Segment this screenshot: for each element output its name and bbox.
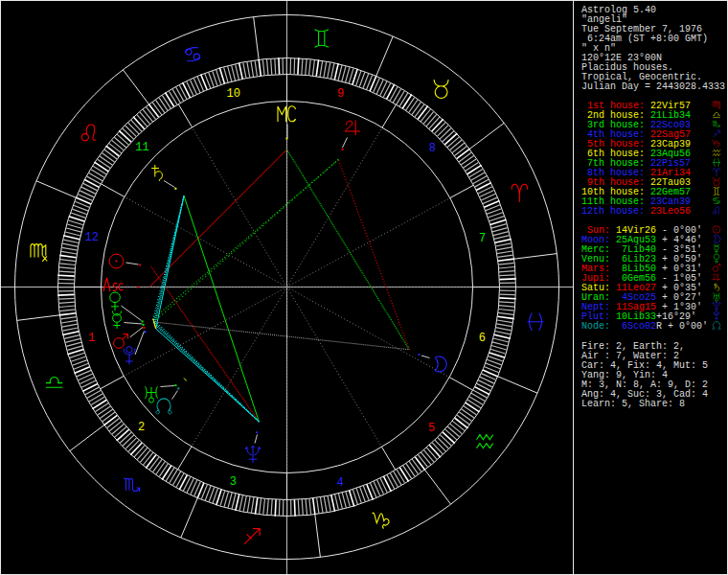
svg-text:4: 4 xyxy=(337,476,344,490)
svg-text:23Leo56: 23Leo56 xyxy=(650,206,691,217)
svg-text:6: 6 xyxy=(479,332,486,345)
svg-text:+ 0°00': + 0°00' xyxy=(662,321,708,332)
svg-text:9: 9 xyxy=(337,87,344,101)
svg-text:12th house:: 12th house: xyxy=(581,206,645,217)
svg-text:7: 7 xyxy=(479,232,486,245)
svg-text:Julian Day = 2443028.4333: Julian Day = 2443028.4333 xyxy=(581,81,725,92)
svg-text:8: 8 xyxy=(429,142,436,155)
svg-text:10: 10 xyxy=(227,87,240,101)
svg-text:11: 11 xyxy=(135,141,148,154)
svg-text:1: 1 xyxy=(88,332,95,345)
svg-text:2: 2 xyxy=(138,421,145,434)
svg-text:5: 5 xyxy=(428,422,435,435)
svg-text:Node:: Node: xyxy=(581,321,610,332)
svg-text:Learn: 5, Share: 8: Learn: 5, Share: 8 xyxy=(581,399,685,409)
svg-text:12: 12 xyxy=(84,231,98,244)
svg-text:3: 3 xyxy=(230,475,237,489)
svg-text:6Sco02: 6Sco02 xyxy=(616,321,656,332)
